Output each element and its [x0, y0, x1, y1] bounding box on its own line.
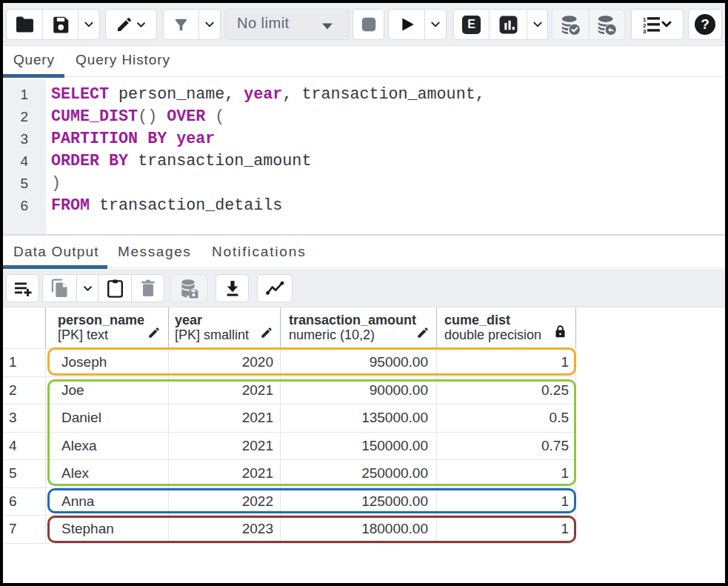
svg-text:3: 3	[643, 28, 647, 35]
